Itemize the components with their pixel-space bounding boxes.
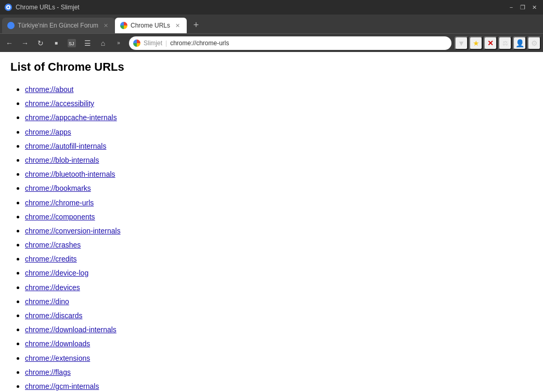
back-button[interactable]: ← [2,36,17,50]
tab-forum-close[interactable]: ✕ [101,21,110,30]
chrome-url-link[interactable]: chrome://bluetooth-internals [25,170,115,178]
chrome-url-link[interactable]: chrome://dino [25,297,69,306]
list-item: chrome://device-log [25,266,533,280]
list-item: chrome://appcache-internals [25,110,533,124]
list-item: chrome://apps [25,125,533,139]
chrome-url-link[interactable]: chrome://appcache-internals [25,113,117,122]
list-item: chrome://extensions [25,351,533,365]
app-icon [4,3,12,11]
list-item: chrome://download-internals [25,322,533,336]
slimjet-button[interactable]: SJ [64,36,79,50]
list-item: chrome://crashes [25,238,533,252]
close-tab-btn[interactable]: ✕ [484,36,497,50]
address-separator: | [165,40,167,47]
tab-bar: Türkiye'nin En Güncel Forum ✕ Chrome URL… [0,15,543,33]
chrome-url-link[interactable]: chrome://gcm-internals [25,382,99,390]
address-origin: Slimjet [144,40,162,47]
chrome-url-link[interactable]: chrome://device-log [25,269,88,277]
chrome-url-list: chrome://aboutchrome://accessibilitychro… [10,82,533,392]
tab-forum-favicon [7,22,15,29]
minimize-button[interactable]: − [507,3,516,12]
window-title: Chrome URLs - Slimjet [16,4,80,11]
nav-bar: ← → ↻ ■ SJ ☰ ⌂ » Slimjet | chrome://chro… [0,33,543,52]
forward-button[interactable]: → [18,36,32,50]
list-item: chrome://bluetooth-internals [25,167,533,181]
list-item: chrome://conversion-internals [25,224,533,238]
list-item: chrome://flags [25,365,533,379]
title-bar: Chrome URLs - Slimjet − ❐ ✕ [0,0,543,15]
tab-chrome-urls-favicon [120,22,127,29]
list-item: chrome://blob-internals [25,153,533,167]
address-dropdown-button[interactable]: ▼ [455,36,468,50]
chrome-url-link[interactable]: chrome://chrome-urls [25,199,94,207]
restore-button[interactable]: ❐ [518,3,527,12]
title-bar-left: Chrome URLs - Slimjet [4,3,80,11]
list-item: chrome://accessibility [25,96,533,110]
list-item: chrome://dino [25,294,533,308]
chrome-url-link[interactable]: chrome://devices [25,283,80,292]
list-item: chrome://autofill-internals [25,139,533,153]
address-favicon [133,40,140,47]
tab-chrome-urls-close[interactable]: ✕ [173,21,182,30]
list-item: chrome://gcm-internals [25,379,533,392]
tab-forum-label: Türkiye'nin En Güncel Forum [18,22,98,29]
address-path: chrome://chrome-urls [170,40,447,47]
chrome-url-link[interactable]: chrome://components [25,213,95,221]
list-item: chrome://about [25,82,533,96]
window-controls: − ❐ ✕ [507,3,539,12]
reload-button[interactable]: ↻ [33,36,48,50]
chrome-url-link[interactable]: chrome://extensions [25,354,90,362]
chrome-url-link[interactable]: chrome://apps [25,128,71,136]
page-title: List of Chrome URLs [10,60,533,74]
home-button[interactable]: ⌂ [96,36,110,50]
nav-extra-button[interactable]: » [111,36,126,50]
list-item: chrome://credits [25,252,533,266]
list-item: chrome://devices [25,280,533,294]
tab-chrome-urls-label: Chrome URLs [131,22,170,29]
tab-chrome-urls[interactable]: Chrome URLs ✕ [115,18,187,33]
svg-point-2 [7,6,9,8]
chrome-url-link[interactable]: chrome://about [25,85,73,94]
chrome-url-link[interactable]: chrome://downloads [25,339,90,348]
page-content: List of Chrome URLs chrome://aboutchrome… [0,52,543,392]
chrome-url-link[interactable]: chrome://bookmarks [25,184,91,192]
tab-forum[interactable]: Türkiye'nin En Güncel Forum ✕ [2,18,115,33]
profile-button[interactable]: 👤 [513,36,526,50]
chrome-url-link[interactable]: chrome://conversion-internals [25,227,121,235]
list-item: chrome://components [25,210,533,224]
list-item: chrome://chrome-urls [25,195,533,210]
bookmark-star-button[interactable]: ★ [469,36,483,50]
chrome-url-link[interactable]: chrome://download-internals [25,325,117,334]
list-item: chrome://downloads [25,336,533,350]
chrome-url-link[interactable]: chrome://autofill-internals [25,142,106,150]
svg-text:SJ: SJ [69,41,74,46]
stop-button[interactable]: ■ [49,36,63,50]
settings-button[interactable]: ⚙ [527,36,541,50]
chrome-url-link[interactable]: chrome://blob-internals [25,156,99,164]
close-button[interactable]: ✕ [529,3,539,12]
bookmark-button[interactable]: ☰ [80,36,95,50]
chrome-url-link[interactable]: chrome://accessibility [25,99,94,108]
list-item: chrome://discards [25,308,533,322]
extensions-puzzle-button[interactable]: ⚖ [498,36,512,50]
chrome-url-link[interactable]: chrome://credits [25,255,77,263]
address-bar[interactable]: Slimjet | chrome://chrome-urls [129,36,451,50]
chrome-url-link[interactable]: chrome://crashes [25,241,81,249]
list-item: chrome://bookmarks [25,181,533,195]
chrome-url-link[interactable]: chrome://flags [25,368,71,376]
chrome-url-link[interactable]: chrome://discards [25,311,82,320]
new-tab-button[interactable]: + [189,18,203,32]
